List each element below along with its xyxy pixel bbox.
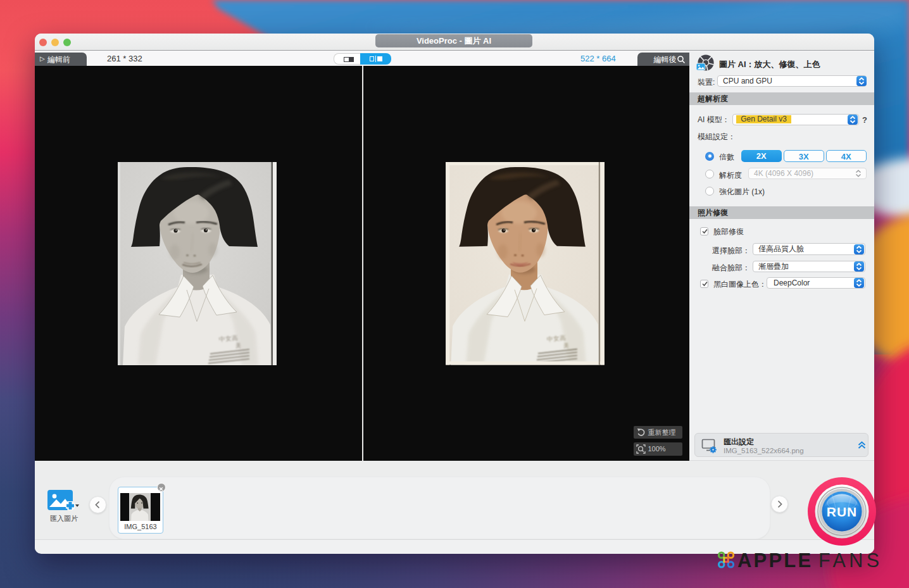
svg-text:FANS: FANS: [818, 549, 883, 571]
svg-text:RUN: RUN: [826, 504, 857, 519]
svg-text:中女高: 中女高: [219, 334, 239, 342]
svg-text:美: 美: [563, 342, 569, 349]
svg-text:中女高: 中女高: [547, 334, 567, 342]
svg-text:APPLE: APPLE: [737, 549, 813, 572]
svg-text:美: 美: [235, 342, 241, 349]
